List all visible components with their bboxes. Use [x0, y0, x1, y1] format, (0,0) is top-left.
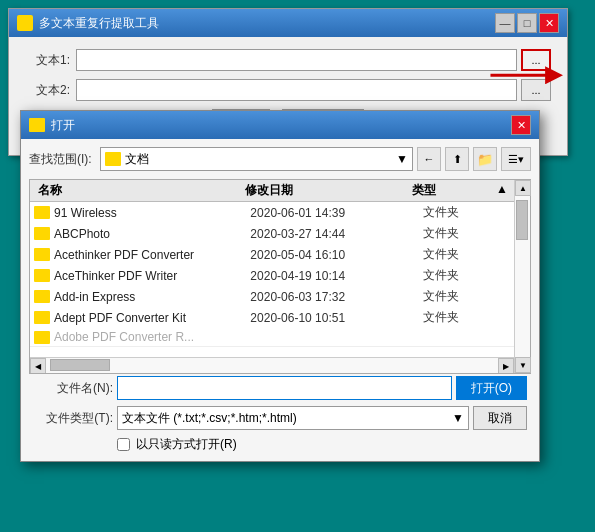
filename-label: 文件名(N):: [33, 380, 113, 397]
dialog-close-btn[interactable]: ✕: [511, 115, 531, 135]
scroll-track-x: [46, 358, 498, 373]
cancel-btn[interactable]: 取消: [473, 406, 527, 430]
file-name: Adobe PDF Converter R...: [34, 330, 250, 344]
file-name: ABCPhoto: [34, 227, 250, 241]
scrollbar-horizontal[interactable]: ◀ ▶: [30, 357, 514, 373]
folder-icon: [34, 311, 50, 324]
table-row[interactable]: Adobe PDF Converter R...: [30, 328, 514, 347]
table-row[interactable]: AceThinker PDF Writer 2020-04-19 10:14 文…: [30, 265, 514, 286]
filename-input[interactable]: [117, 376, 452, 400]
file-type: 文件夹: [423, 288, 510, 305]
col-date-header: 修改日期: [241, 182, 408, 199]
doc-folder-icon: [105, 152, 121, 166]
file-type: 文件夹: [423, 204, 510, 221]
text2-browse-btn[interactable]: ...: [521, 79, 551, 101]
dialog-title: 打开: [51, 117, 75, 134]
scrollbar-vertical[interactable]: ▲ ▼: [514, 180, 530, 373]
bg-window-controls: — □ ✕: [495, 13, 559, 33]
open-btn[interactable]: 打开(O): [456, 376, 527, 400]
text1-input[interactable]: [76, 49, 517, 71]
open-dialog: 打开 ✕ 查找范围(I): 文档 ▼ ← ⬆ 📁 ☰▾ 名称: [20, 110, 540, 462]
file-type: 文件夹: [423, 225, 510, 242]
file-name: Add-in Express: [34, 290, 250, 304]
file-list-wrapper: 名称 修改日期 类型 ▲ 91 Wireless 2020-06-01 14:3…: [29, 179, 531, 374]
location-select[interactable]: 文档 ▼: [100, 147, 413, 171]
toolbar-row: 查找范围(I): 文档 ▼ ← ⬆ 📁 ☰▾: [29, 147, 531, 171]
scroll-up-btn[interactable]: ▲: [515, 180, 531, 196]
folder-icon: [34, 269, 50, 282]
file-type: 文件夹: [423, 267, 510, 284]
scroll-left-btn[interactable]: ◀: [30, 358, 46, 373]
scroll-down-btn[interactable]: ▼: [515, 357, 531, 373]
app-icon: [17, 15, 33, 31]
bg-close-btn[interactable]: ✕: [539, 13, 559, 33]
file-list-main: 名称 修改日期 类型 ▲ 91 Wireless 2020-06-01 14:3…: [30, 180, 514, 373]
file-date: 2020-06-03 17:32: [250, 290, 423, 304]
location-value: 文档: [105, 151, 149, 168]
dropdown-arrow: ▼: [396, 152, 408, 166]
readonly-checkbox[interactable]: [117, 438, 130, 451]
text1-browse-btn[interactable]: ...: [521, 49, 551, 71]
col-type-header: 类型: [408, 182, 496, 199]
scroll-right-btn[interactable]: ▶: [498, 358, 514, 373]
file-list-header: 名称 修改日期 类型 ▲: [30, 180, 514, 202]
folder-icon: [34, 206, 50, 219]
text1-label: 文本1:: [25, 52, 70, 69]
scroll-track-y: [515, 196, 530, 357]
filetype-label: 文件类型(T):: [33, 410, 113, 427]
filename-row: 文件名(N): 打开(O): [33, 376, 527, 400]
filetype-select[interactable]: 文本文件 (*.txt;*.csv;*.htm;*.html) ▼: [117, 406, 469, 430]
text2-input[interactable]: [76, 79, 517, 101]
dialog-titlebar: 打开 ✕: [21, 111, 539, 139]
col-sort-arrow: ▲: [496, 182, 510, 199]
file-date: 2020-06-10 10:51: [250, 311, 423, 325]
nav-back-btn[interactable]: ←: [417, 147, 441, 171]
location-text: 文档: [125, 151, 149, 168]
file-name: 91 Wireless: [34, 206, 250, 220]
table-row[interactable]: Adept PDF Converter Kit 2020-06-10 10:51…: [30, 307, 514, 328]
filetype-row: 文件类型(T): 文本文件 (*.txt;*.csv;*.htm;*.html)…: [33, 406, 527, 430]
file-name: Acethinker PDF Converter: [34, 248, 250, 262]
file-list-body: 91 Wireless 2020-06-01 14:39 文件夹 ABCPhot…: [30, 202, 514, 357]
text2-row: 文本2: ...: [25, 79, 551, 101]
dialog-folder-icon: [29, 118, 45, 132]
bg-titlebar: 多文本重复行提取工具 — □ ✕: [9, 9, 567, 37]
bg-window-title: 多文本重复行提取工具: [39, 15, 159, 32]
text2-label: 文本2:: [25, 82, 70, 99]
file-date: 2020-05-04 16:10: [250, 248, 423, 262]
nav-up-btn[interactable]: ⬆: [445, 147, 469, 171]
folder-icon: [34, 331, 50, 344]
file-name: AceThinker PDF Writer: [34, 269, 250, 283]
text1-row: 文本1: ...: [25, 49, 551, 71]
dialog-body: 查找范围(I): 文档 ▼ ← ⬆ 📁 ☰▾ 名称 修改日期 类型: [21, 139, 539, 461]
location-label: 查找范围(I):: [29, 151, 92, 168]
file-date: 2020-03-27 14:44: [250, 227, 423, 241]
file-type: 文件夹: [423, 309, 510, 326]
bg-minimize-btn[interactable]: —: [495, 13, 515, 33]
nav-new-folder-btn[interactable]: 📁: [473, 147, 497, 171]
file-date: 2020-06-01 14:39: [250, 206, 423, 220]
file-name: Adept PDF Converter Kit: [34, 311, 250, 325]
table-row[interactable]: Add-in Express 2020-06-03 17:32 文件夹: [30, 286, 514, 307]
file-date: 2020-04-19 10:14: [250, 269, 423, 283]
nav-view-btn[interactable]: ☰▾: [501, 147, 531, 171]
table-row[interactable]: Acethinker PDF Converter 2020-05-04 16:1…: [30, 244, 514, 265]
dialog-title-left: 打开: [29, 117, 75, 134]
bg-maximize-btn[interactable]: □: [517, 13, 537, 33]
readonly-label: 以只读方式打开(R): [136, 436, 237, 453]
folder-icon: [34, 227, 50, 240]
table-row[interactable]: ABCPhoto 2020-03-27 14:44 文件夹: [30, 223, 514, 244]
bg-title-left: 多文本重复行提取工具: [17, 15, 159, 32]
file-type: 文件夹: [423, 246, 510, 263]
col-name-header: 名称: [34, 182, 241, 199]
filetype-dropdown-arrow: ▼: [452, 411, 464, 425]
readonly-row: 以只读方式打开(R): [33, 436, 527, 453]
scroll-thumb-x[interactable]: [50, 359, 110, 371]
folder-icon: [34, 290, 50, 303]
bottom-form: 文件名(N): 打开(O) 文件类型(T): 文本文件 (*.txt;*.csv…: [29, 376, 531, 453]
scroll-thumb-y[interactable]: [516, 200, 528, 240]
filetype-value: 文本文件 (*.txt;*.csv;*.htm;*.html): [122, 410, 297, 427]
table-row[interactable]: 91 Wireless 2020-06-01 14:39 文件夹: [30, 202, 514, 223]
folder-icon: [34, 248, 50, 261]
